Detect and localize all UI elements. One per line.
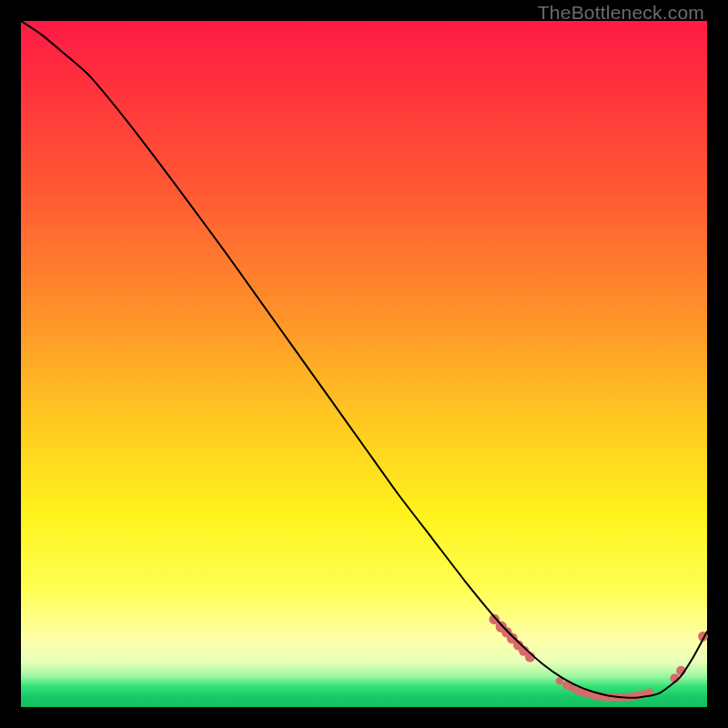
plot-area — [21, 21, 707, 707]
marker-group — [489, 614, 707, 703]
chart-frame: TheBottleneck.com — [0, 0, 728, 728]
bottleneck-curve — [21, 21, 707, 698]
chart-svg — [21, 21, 707, 707]
